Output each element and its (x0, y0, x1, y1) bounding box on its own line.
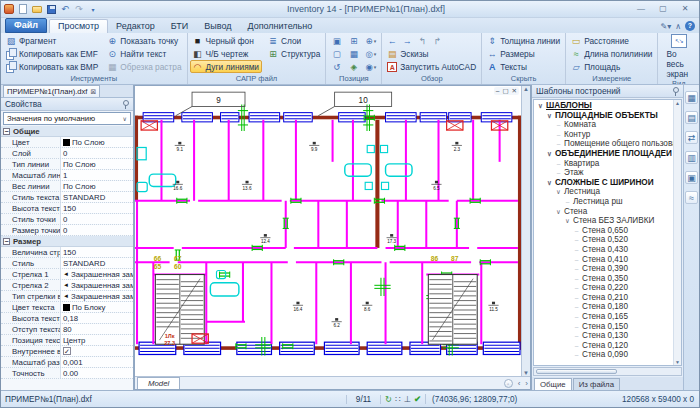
copy-emf-button[interactable]: Копировать как EMF (3, 47, 101, 60)
menu-tab[interactable]: Дополнительно (239, 20, 320, 33)
bw-drawing-button[interactable]: ◧Ч/Б чертеж (190, 47, 262, 60)
tree-item[interactable]: ∨СЛОЖНЫЕ С ШИРИНОЙ (535, 178, 681, 188)
tree-item[interactable]: –Этаж (535, 168, 681, 178)
tree-hscrollbar[interactable] (533, 367, 682, 376)
page-back-icon[interactable]: ↰ (417, 36, 427, 46)
property-row[interactable]: Масштаб размера0,001 (1, 357, 133, 368)
page-forward-icon[interactable]: ↱ (432, 36, 442, 46)
document-tab[interactable]: ПРИМЕР№1(План).dxf ⊠ (3, 85, 100, 97)
tree-item[interactable]: –Стена 0,390 (535, 264, 681, 274)
property-row[interactable]: Слой0 (1, 148, 133, 159)
property-group[interactable]: −Общие (1, 126, 133, 137)
tree-item[interactable]: –Стена 0,120 (535, 341, 681, 351)
position-tool-9[interactable]: ◉▾ (362, 60, 379, 73)
tree-item[interactable]: –Стена 0,090 (535, 350, 681, 360)
property-row[interactable]: Позиция текста поЦентр (1, 335, 133, 346)
model-tab[interactable]: Model (137, 377, 180, 389)
property-row[interactable]: Величина стрелки150 (1, 247, 133, 258)
tree-item[interactable]: ∨Лестница (535, 187, 681, 197)
menu-tab[interactable]: Вывод (196, 20, 239, 33)
distance-button[interactable]: ▭Расстояние (568, 34, 655, 47)
property-row[interactable]: СтильSTANDARD (1, 258, 133, 269)
tree-item[interactable]: –Стена 0,180 (535, 302, 681, 312)
tree-item[interactable]: –Комната (535, 120, 681, 130)
layers-button[interactable]: ≣Слои (265, 34, 323, 47)
mdi-close-icon[interactable]: ✕ (512, 87, 517, 95)
copy-bmp-button[interactable]: Копировать как BMP (3, 60, 101, 73)
pin-icon[interactable] (671, 87, 679, 96)
help-icon[interactable]: ? (685, 21, 695, 31)
qat-dropdown-icon[interactable]: ▾ (87, 3, 99, 15)
tree-item[interactable]: ∨Стена (535, 207, 681, 217)
menu-tab[interactable]: БТИ (163, 20, 196, 33)
scroll-up-icon[interactable]: ▲ (523, 86, 529, 92)
app-icon[interactable] (3, 3, 15, 15)
scroll-right-icon[interactable]: › (525, 379, 528, 388)
property-row[interactable]: ЦветПо Слою (1, 137, 133, 148)
polyline-length-button[interactable]: ≈Длина полилинии (568, 47, 655, 60)
layout-options-icon[interactable]: ◦ (504, 379, 513, 388)
tree-item[interactable]: –Стена 0,410 (535, 255, 681, 265)
dimensions-button[interactable]: ↔Размеры (484, 47, 563, 60)
tree-item[interactable]: ∨ПЛОЩАДНЫЕ ОБЪЕКТЫ (535, 111, 681, 121)
property-row[interactable]: Стиль точки0 (1, 214, 133, 225)
property-row[interactable]: Высота текста0,18 (1, 313, 133, 324)
style-pen-icon[interactable]: ✎▾ (660, 22, 671, 31)
position-tool-2[interactable]: ⊞ (345, 34, 362, 47)
launch-autocad-button[interactable]: Запустить AutoCAD (384, 60, 479, 73)
ortho-icon[interactable]: ⊥ (404, 394, 411, 404)
tree-item[interactable]: –Стена 0,520 (535, 235, 681, 245)
menu-tab[interactable]: Редактор (108, 20, 163, 33)
texts-button[interactable]: Тексты (484, 60, 563, 73)
collapse-ribbon-icon[interactable]: ∧ (675, 22, 681, 31)
position-tool-7[interactable]: ↺ (328, 60, 345, 73)
tree-item[interactable]: –Лестница рш (535, 197, 681, 207)
table-tool-icon[interactable]: ▦ (685, 91, 698, 104)
mdi-minimize-icon[interactable]: – (496, 87, 500, 95)
property-row[interactable]: Размер точки0 (1, 225, 133, 236)
tree-item[interactable]: ∨ШАБЛОНЫ (535, 101, 681, 111)
floor-plan[interactable]: 91066676560868716.613.69.96.517.312.416.… (135, 86, 521, 376)
open-file-icon[interactable] (31, 3, 43, 15)
tree-item[interactable]: –Стена 0,165 (535, 312, 681, 322)
fragment-button[interactable]: ▧Фрагмент (3, 34, 101, 47)
property-row[interactable]: Вес линииПо Слою (1, 181, 133, 192)
property-row[interactable]: Стиль текстаSTANDARD (1, 192, 133, 203)
tree-item[interactable]: –Стена 0,350 (535, 274, 681, 284)
position-tool-6[interactable]: ◎▾ (362, 47, 379, 60)
redo-icon[interactable]: ↷ (73, 3, 85, 15)
save-icon[interactable] (45, 3, 57, 15)
structure-button[interactable]: ⊞Структура (265, 47, 323, 60)
tab-from-file[interactable]: Из файла (573, 378, 620, 390)
position-tool-4[interactable]: ▢ (328, 47, 345, 60)
export-tool-icon[interactable]: ▤ (685, 111, 698, 124)
tree-item[interactable]: –Стена 0,150 (535, 322, 681, 332)
position-tool-3[interactable]: ⊕▾ (362, 34, 379, 47)
tree-item[interactable]: –Стена 0,650 (535, 226, 681, 236)
canvas-vscrollbar[interactable]: ▲ ▼ (521, 86, 530, 376)
property-row[interactable]: Высота текста150 (1, 203, 133, 214)
property-row[interactable]: Стрелка 2◄Закрашенная зам (1, 280, 133, 291)
find-text-button[interactable]: ⊙Найти текст (104, 47, 184, 60)
area-button[interactable]: ▱Площадь (568, 60, 655, 73)
preset-dropdown[interactable]: Значения по умолчанию ∨ (3, 112, 131, 125)
tree-item[interactable]: ∨ОБЪЕДИНЕНИЕ ПЛОЩАДЕЙ (535, 149, 681, 159)
black-background-button[interactable]: ■Черный фон (190, 34, 262, 47)
tree-item[interactable]: –Стена 0,210 (535, 293, 681, 303)
menu-tab[interactable]: Файл (5, 18, 47, 33)
close-button[interactable]: ✕ (677, 3, 693, 15)
new-file-icon[interactable] (17, 3, 29, 15)
arcs-as-lines-button[interactable]: ◠Дуги линиями (190, 60, 262, 73)
property-row[interactable]: Отступ текста80 (1, 324, 133, 335)
pin-icon[interactable] (121, 100, 129, 109)
back-icon[interactable]: ← (387, 36, 397, 46)
scroll-up-icon[interactable]: ▲ (675, 100, 680, 106)
property-group[interactable]: −Размер (1, 236, 133, 247)
property-row[interactable]: Стрелка 1◄Закрашенная зам (1, 269, 133, 280)
tree-vscrollbar[interactable]: ▲ ▼ (673, 100, 681, 365)
scroll-down-icon[interactable]: ▼ (675, 359, 680, 365)
tree-item[interactable]: ∨Стена БЕЗ ЗАЛИВКИ (535, 216, 681, 226)
list-tool-icon[interactable]: ▥ (685, 151, 698, 164)
minimize-button[interactable]: — (633, 3, 649, 15)
forward-icon[interactable]: → (402, 36, 412, 46)
